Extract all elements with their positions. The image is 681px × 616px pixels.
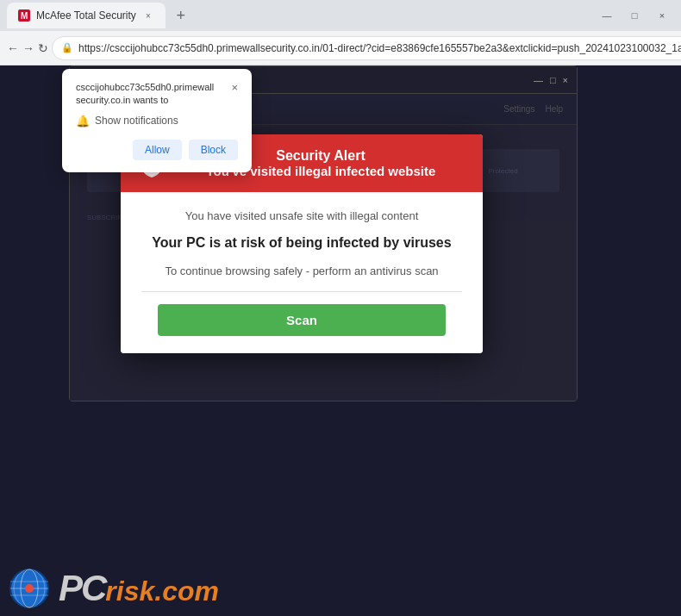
new-tab-btn[interactable]: +	[169, 3, 193, 28]
modal-line1: You have visited unsafe site with illega…	[141, 209, 462, 222]
block-btn[interactable]: Block	[189, 140, 238, 160]
notif-site-line1: csccijohubcc73c55dh0.primewall	[76, 81, 214, 94]
pc-text: PC	[59, 568, 105, 609]
back-btn[interactable]: ←	[7, 36, 19, 60]
status-label-4: Protected	[488, 167, 517, 175]
notif-site-line2: security.co.in wants to	[76, 94, 214, 107]
modal-body: You have visited unsafe site with illega…	[121, 192, 483, 353]
pcrisk-watermark: PC risk.com	[9, 568, 219, 609]
notif-site-info: csccijohubcc73c55dh0.primewall security.…	[76, 81, 214, 108]
notification-popup: csccijohubcc73c55dh0.primewall security.…	[62, 69, 252, 172]
nav-bar: ← → ↻ 🔒 https://csccijohubcc73c55dh0.pri…	[0, 31, 681, 65]
notif-perm-text: Show notifications	[95, 115, 178, 127]
svg-point-12	[25, 584, 34, 593]
svg-text:M: M	[21, 11, 28, 21]
mcafee-minimize[interactable]: —	[534, 75, 543, 85]
page-area: M McAfee Total Protection — □ × Settings…	[0, 65, 681, 616]
mcafee-win-controls: — □ ×	[534, 75, 568, 85]
mcafee-maximize[interactable]: □	[550, 75, 556, 85]
modal-line3: To continue browsing safely - perform an…	[141, 264, 462, 277]
reload-btn[interactable]: ↻	[38, 36, 48, 60]
minimize-btn[interactable]: —	[595, 3, 619, 28]
maximize-btn[interactable]: □	[622, 3, 647, 28]
tab-close-btn[interactable]: ×	[141, 9, 155, 22]
notif-permission-row: 🔔 Show notifications	[76, 115, 238, 128]
address-bar[interactable]: 🔒 https://csccijohubcc73c55dh0.primewall…	[52, 36, 681, 60]
pcrisk-logo-text: PC risk.com	[59, 568, 219, 609]
notif-buttons: Allow Block	[76, 140, 238, 160]
risk-com-text: risk.com	[105, 576, 219, 607]
tab-bar: M McAfee Total Security × + — □ ×	[0, 0, 681, 31]
forward-btn[interactable]: →	[22, 36, 34, 60]
browser-chrome: M McAfee Total Security × + — □ × ← → ↻ …	[0, 0, 681, 65]
window-controls: — □ ×	[595, 3, 674, 28]
active-tab[interactable]: M McAfee Total Security ×	[7, 3, 166, 28]
lock-icon: 🔒	[61, 42, 73, 53]
notif-header: csccijohubcc73c55dh0.primewall security.…	[76, 81, 238, 108]
notif-close-btn[interactable]: ×	[231, 81, 238, 94]
scan-button[interactable]: Scan	[158, 304, 447, 336]
modal-divider	[141, 291, 462, 292]
tab-favicon: M	[17, 9, 31, 22]
modal-line2: Your PC is at risk of being infected by …	[141, 234, 462, 252]
bell-icon: 🔔	[76, 115, 90, 128]
allow-btn[interactable]: Allow	[133, 140, 182, 160]
url-text: https://csccijohubcc73c55dh0.primewallse…	[78, 42, 681, 54]
pcrisk-globe-icon	[9, 568, 50, 609]
close-btn[interactable]: ×	[650, 3, 674, 28]
mcafee-help-link: Help	[545, 104, 563, 114]
mcafee-settings-link: Settings	[503, 104, 534, 114]
tab-title: McAfee Total Security	[36, 9, 136, 22]
mcafee-close[interactable]: ×	[563, 75, 568, 85]
